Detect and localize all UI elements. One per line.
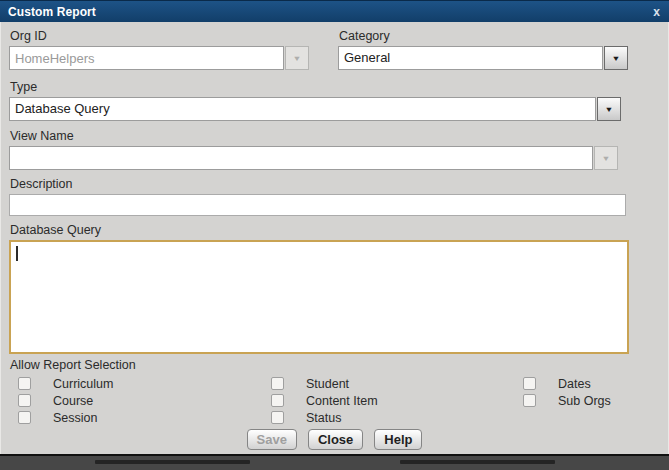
category-select-value[interactable]: General: [338, 46, 603, 70]
custom-report-dialog: Custom Report x Org ID ▼ Category Genera…: [0, 0, 669, 470]
save-button: Save: [247, 429, 297, 450]
category-label: Category: [339, 29, 628, 44]
report-selection-grid: Curriculum Course Session Student: [18, 375, 660, 426]
dimmed-background-text: [400, 460, 555, 464]
org-category-row: Org ID ▼ Category General ▼: [9, 29, 660, 70]
dialog-body: Org ID ▼ Category General ▼ T: [0, 22, 669, 454]
checkbox-row-student: Student: [271, 375, 523, 392]
checkbox-content-item-label: Content Item: [306, 394, 378, 408]
checkbox-student[interactable]: [271, 377, 284, 390]
org-id-combobox: ▼: [9, 46, 309, 70]
checkbox-row-sub-orgs: Sub Orgs: [523, 392, 660, 409]
type-label: Type: [10, 80, 660, 95]
dimmed-background-text: [95, 460, 250, 464]
checkbox-session-label: Session: [53, 411, 97, 425]
dialog-titlebar[interactable]: Custom Report x: [0, 0, 669, 22]
checkbox-course[interactable]: [18, 394, 31, 407]
checkbox-row-status: Status: [271, 409, 523, 426]
checkbox-row-session: Session: [18, 409, 271, 426]
help-button[interactable]: Help: [374, 429, 422, 450]
checkbox-sub-orgs-label: Sub Orgs: [558, 394, 611, 408]
view-name-select-value: [9, 146, 593, 170]
category-combobox: General ▼: [338, 46, 628, 70]
checkbox-course-label: Course: [53, 394, 93, 408]
database-query-label: Database Query: [10, 223, 660, 238]
database-query-field-group: Database Query: [9, 223, 660, 354]
org-id-field-group: Org ID ▼: [9, 29, 309, 70]
category-dropdown-button[interactable]: ▼: [604, 46, 628, 70]
checkbox-content-item[interactable]: [271, 394, 284, 407]
description-input[interactable]: [9, 194, 626, 216]
type-dropdown-button[interactable]: ▼: [597, 97, 621, 121]
report-selection-column-1: Curriculum Course Session: [18, 375, 271, 426]
checkbox-row-course: Course: [18, 392, 271, 409]
org-id-input: [9, 46, 284, 70]
checkbox-sub-orgs[interactable]: [523, 394, 536, 407]
view-name-dropdown-button: ▼: [594, 146, 618, 170]
checkbox-curriculum[interactable]: [18, 377, 31, 390]
checkbox-status[interactable]: [271, 411, 284, 424]
description-label: Description: [10, 177, 660, 192]
checkbox-row-curriculum: Curriculum: [18, 375, 271, 392]
view-name-combobox: ▼: [9, 146, 618, 170]
type-field-group: Type Database Query ▼: [9, 80, 660, 121]
checkbox-status-label: Status: [306, 411, 341, 425]
text-caret: [16, 246, 18, 261]
dialog-button-row: Save Close Help: [9, 429, 660, 450]
database-query-textarea[interactable]: [11, 242, 627, 352]
checkbox-curriculum-label: Curriculum: [53, 377, 113, 391]
view-name-field-group: View Name ▼: [9, 129, 660, 170]
checkbox-dates-label: Dates: [558, 377, 591, 391]
chevron-down-icon: ▼: [612, 54, 621, 63]
type-combobox: Database Query ▼: [9, 97, 621, 121]
dimmed-background-page-strip: [0, 454, 669, 470]
checkbox-dates[interactable]: [523, 377, 536, 390]
close-icon[interactable]: x: [652, 6, 661, 18]
checkbox-row-dates: Dates: [523, 375, 660, 392]
dialog-title: Custom Report: [8, 5, 652, 19]
database-query-textarea-frame: [9, 240, 629, 354]
type-select-value[interactable]: Database Query: [9, 97, 596, 121]
allow-report-selection-label: Allow Report Selection: [10, 358, 660, 373]
checkbox-row-content-item: Content Item: [271, 392, 523, 409]
report-selection-column-3: Dates Sub Orgs: [523, 375, 660, 426]
checkbox-session[interactable]: [18, 411, 31, 424]
chevron-down-icon: ▼: [293, 54, 302, 63]
org-id-label: Org ID: [10, 29, 309, 44]
checkbox-student-label: Student: [306, 377, 349, 391]
org-id-dropdown-button: ▼: [285, 46, 309, 70]
report-selection-column-2: Student Content Item Status: [271, 375, 523, 426]
view-name-label: View Name: [10, 129, 660, 144]
description-field-group: Description: [9, 177, 660, 216]
chevron-down-icon: ▼: [602, 154, 611, 163]
chevron-down-icon: ▼: [605, 105, 614, 114]
close-button[interactable]: Close: [308, 429, 363, 450]
category-field-group: Category General ▼: [338, 29, 628, 70]
